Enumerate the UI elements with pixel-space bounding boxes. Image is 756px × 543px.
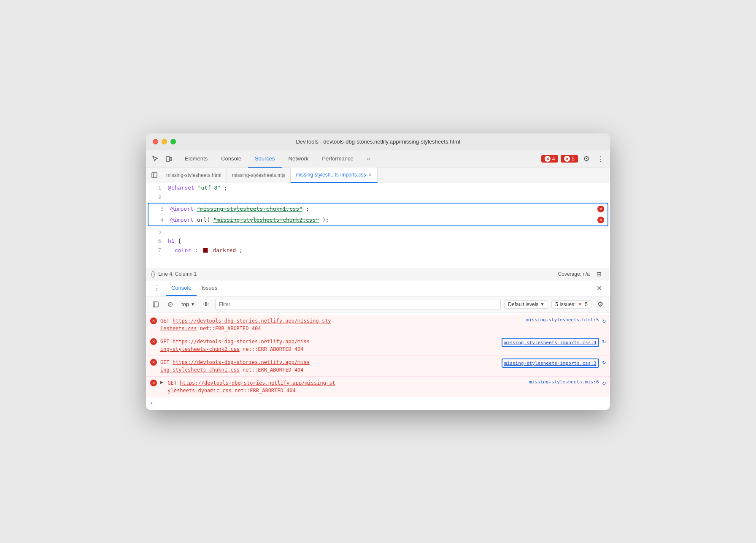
tab-performance[interactable]: Performance <box>315 150 360 168</box>
devtools-window: DevTools - devtools-dbg-stories.netlify.… <box>146 133 610 410</box>
error-text-1: GET https://devtools-dbg-stories.netlify… <box>160 317 523 332</box>
code-line-2: 2 <box>146 193 610 202</box>
error-source-2: missing-stylesheets-imports.css:4 ↻ <box>502 338 606 347</box>
error-badge-1[interactable]: ✕ 4 <box>541 155 559 163</box>
tab-more[interactable]: » <box>360 150 377 168</box>
settings-icon[interactable]: ⚙ <box>580 153 592 165</box>
device-toolbar-icon[interactable] <box>163 153 175 165</box>
toolbar-icons <box>149 153 175 165</box>
console-tabs-row: ⋮ Console Issues ✕ <box>146 280 610 296</box>
code-editor: 1 @charset "utf-8" ; 2 3 @import "missin… <box>146 183 610 268</box>
console-error-1: ✕ GET https://devtools-dbg-stories.netli… <box>146 315 610 335</box>
error-icon-1: ✕ <box>545 156 551 162</box>
context-selector[interactable]: top ▼ <box>179 300 197 308</box>
more-options-icon[interactable]: ⋮ <box>595 153 607 165</box>
issues-error-icon: ✕ <box>577 301 583 307</box>
error-icon-msg-1: ✕ <box>150 318 157 324</box>
chevron-down-icon-levels: ▼ <box>540 302 544 307</box>
error-icon-2: ✕ <box>564 156 570 162</box>
source-link-2[interactable]: missing-stylesheets-imports.css:4 <box>504 340 597 345</box>
source-highlight-2: missing-stylesheets-imports.css:4 <box>502 338 599 347</box>
file-tab-close-icon[interactable]: ✕ <box>368 172 372 178</box>
status-left: {} Line 4, Column 1 <box>151 271 197 277</box>
source-link-1[interactable]: missing-stylesheets.html:5 <box>526 317 599 323</box>
svg-rect-4 <box>153 302 158 307</box>
error-badges: ✕ 4 ✕ 5 ⚙ ⋮ <box>541 153 607 165</box>
console-prompt: › <box>146 397 610 408</box>
issues-count-badge[interactable]: 5 Issues: ✕ 5 <box>551 300 591 309</box>
file-tabs-bar: missing-stylesheets.html missing-stylesh… <box>146 168 610 183</box>
reload-icon-1[interactable]: ↻ <box>602 317 606 324</box>
error-indicator-3: ✕ <box>597 206 604 212</box>
error-text-4: GET https://devtools-dbg-stories.netlify… <box>167 379 526 394</box>
code-line-1: 1 @charset "utf-8" ; <box>146 183 610 193</box>
tab-network[interactable]: Network <box>282 150 316 168</box>
file-tab-html[interactable]: missing-stylesheets.html <box>161 168 227 183</box>
coverage-icon[interactable]: ⊞ <box>593 268 605 280</box>
import-error-block: 3 @import "missing-stylesheets-chukn1.cs… <box>148 203 608 226</box>
status-right: Coverage: n/a ⊞ <box>558 268 605 280</box>
eye-icon[interactable]: 👁 <box>201 299 212 310</box>
console-messages: ✕ GET https://devtools-dbg-stories.netli… <box>146 313 610 410</box>
svg-rect-2 <box>152 173 157 178</box>
tab-console[interactable]: Console <box>214 150 248 168</box>
title-bar: DevTools - devtools-dbg-stories.netlify.… <box>146 133 610 150</box>
expand-arrow-4[interactable]: ▶ <box>160 379 163 385</box>
code-line-3: 3 @import "missing-stylesheets-chukn1.cs… <box>148 204 608 214</box>
chevron-down-icon: ▼ <box>191 302 195 307</box>
close-button[interactable] <box>153 139 158 144</box>
minimize-button[interactable] <box>162 139 167 144</box>
console-close-button[interactable]: ✕ <box>593 282 605 294</box>
maximize-button[interactable] <box>170 139 176 144</box>
console-panel: ⋮ Console Issues ✕ ⊘ top ▼ 👁 <box>146 280 610 410</box>
cursor-position: Line 4, Column 1 <box>158 271 197 277</box>
reload-icon-3[interactable]: ↻ <box>602 358 606 365</box>
source-highlight-3: missing-stylesheets-imports.css:3 <box>502 358 599 368</box>
tab-sources[interactable]: Sources <box>248 150 282 168</box>
tab-console-inner[interactable]: Console <box>166 280 197 296</box>
log-levels-dropdown[interactable]: Default levels ▼ <box>504 300 548 309</box>
file-tab-css[interactable]: missing-stylesh...ts-imports.css ✕ <box>291 168 378 183</box>
console-sidebar-icon[interactable]: ⋮ <box>151 282 163 294</box>
error-text-2: GET https://devtools-dbg-stories.netlify… <box>160 338 498 353</box>
source-link-3[interactable]: missing-stylesheets-imports.css:3 <box>504 361 597 366</box>
clear-console-icon[interactable]: ⊘ <box>165 299 176 310</box>
window-title: DevTools - devtools-dbg-stories.netlify.… <box>296 138 460 145</box>
color-swatch-darkred[interactable] <box>203 248 208 253</box>
format-icon[interactable]: {} <box>151 271 155 277</box>
prompt-arrow: › <box>150 400 153 406</box>
error-icon-msg-4: ✕ <box>150 380 157 386</box>
file-tab-mjs[interactable]: missing-stylesheets.mjs <box>227 168 291 183</box>
console-error-2: ✕ GET https://devtools-dbg-stories.netli… <box>146 335 610 356</box>
error-text-3: GET https://devtools-dbg-stories.netlify… <box>160 358 498 374</box>
source-link-4[interactable]: missing-stylesheets.mjs:6 <box>529 379 599 385</box>
console-error-3: ✕ GET https://devtools-dbg-stories.netli… <box>146 356 610 377</box>
coverage-status: Coverage: n/a <box>558 271 590 277</box>
error-source-4: missing-stylesheets.mjs:6 ↻ <box>529 379 606 386</box>
traffic-lights <box>153 139 176 144</box>
console-toolbar: ⊘ top ▼ 👁 Default levels ▼ 5 Issues: ✕ 5… <box>146 296 610 313</box>
console-settings-icon[interactable]: ⚙ <box>595 299 606 310</box>
svg-rect-0 <box>166 157 170 161</box>
tab-elements[interactable]: Elements <box>178 150 214 168</box>
devtools-tab-bar: Elements Console Sources Network Perform… <box>146 150 610 168</box>
reload-icon-2[interactable]: ↻ <box>602 338 606 345</box>
code-line-6: 6 h1 { <box>146 236 610 246</box>
error-icon-msg-2: ✕ <box>150 338 157 345</box>
status-bar: {} Line 4, Column 1 Coverage: n/a ⊞ <box>146 268 610 280</box>
sidebar-toggle-icon[interactable] <box>149 170 159 180</box>
console-error-4: ✕ ▶ GET https://devtools-dbg-stories.net… <box>146 377 610 397</box>
error-icon-msg-3: ✕ <box>150 359 157 366</box>
error-badge-2[interactable]: ✕ 5 <box>561 155 578 163</box>
code-line-4: 4 @import url( "missing-stylesheets-chun… <box>148 214 608 225</box>
error-source-3: missing-stylesheets-imports.css:3 ↻ <box>502 358 606 368</box>
tab-issues[interactable]: Issues <box>197 280 223 296</box>
error-source-1: missing-stylesheets.html:5 ↻ <box>526 317 606 324</box>
console-filter-input[interactable] <box>215 299 501 310</box>
inspect-icon[interactable] <box>149 153 161 165</box>
code-line-7: 7 color : darkred ; <box>146 246 610 255</box>
sidebar-panel-icon[interactable] <box>150 299 161 310</box>
code-line-5: 5 <box>146 227 610 236</box>
reload-icon-4[interactable]: ↻ <box>602 379 606 386</box>
svg-rect-1 <box>170 157 172 160</box>
